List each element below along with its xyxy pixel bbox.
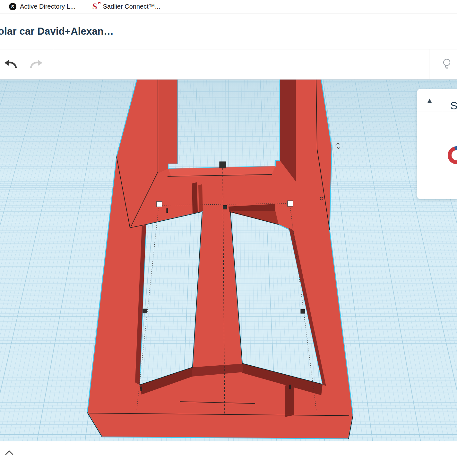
scale-handle-left[interactable] (157, 201, 162, 207)
toolbar-separator-right (429, 49, 429, 79)
shape-panel: ▲ S (417, 89, 457, 199)
edge-handle-right-rail[interactable] (301, 309, 305, 313)
model-post-detail (167, 208, 168, 213)
left-wall-front-face (158, 80, 177, 173)
chevron-up-icon (4, 450, 14, 456)
redo-icon (30, 59, 44, 69)
rotate-handle[interactable] (337, 143, 340, 149)
viewport-3d[interactable]: ▲ S (0, 80, 457, 441)
design-title[interactable]: olar car David+Alexan… (0, 26, 114, 37)
center-notch-face (198, 184, 203, 212)
editor-toolbar (0, 49, 457, 80)
bookmark-sadlier-connect[interactable]: S Sadlier Connect™... (92, 3, 160, 11)
bottom-bar (0, 441, 457, 476)
scale-handle-right[interactable] (288, 201, 293, 206)
model-solar-car-chassis[interactable] (87, 80, 353, 439)
bookmark-label: Active Directory L... (20, 3, 75, 10)
model-post-detail (141, 387, 142, 391)
bookmark-active-directory[interactable]: S Active Directory L... (9, 3, 75, 10)
undo-button[interactable] (3, 59, 17, 70)
bottom-bar-separator (21, 441, 21, 476)
bookmarks-bar: S Active Directory L... S Sadlier Connec… (0, 0, 457, 13)
bookmark-label: Sadlier Connect™... (103, 3, 160, 10)
sadlier-favicon-icon: S (92, 3, 99, 11)
model-post-detail (289, 385, 291, 389)
title-bar: olar car David+Alexan… (0, 13, 457, 49)
schoology-favicon-icon: S (9, 3, 16, 10)
triangle-up-icon: ▲ (426, 96, 434, 105)
toolbar-separator-left (53, 49, 53, 79)
edge-handle-center[interactable] (223, 205, 227, 209)
shape-logo-icon (448, 146, 457, 164)
expand-bottom-tray-button[interactable] (4, 450, 14, 457)
lightbulb-icon (442, 58, 452, 70)
collapse-panel-button[interactable]: ▲ (417, 89, 442, 112)
height-handle[interactable] (220, 162, 226, 168)
panel-title: S (450, 99, 457, 112)
hints-button[interactable] (442, 58, 452, 71)
redo-button[interactable] (30, 59, 44, 70)
center-notch-shadow (192, 182, 198, 214)
undo-icon (3, 59, 17, 69)
edge-handle-left-rail[interactable] (143, 309, 147, 313)
